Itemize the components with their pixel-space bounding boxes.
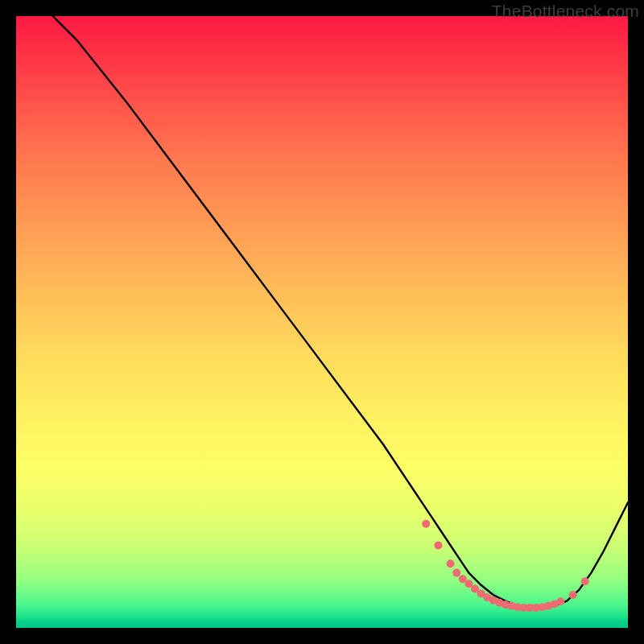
trough-dot xyxy=(569,591,577,599)
bottleneck-curve xyxy=(53,16,628,608)
curve-layer xyxy=(16,16,628,628)
watermark-text: TheBottleneck.com xyxy=(492,2,639,21)
trough-dot xyxy=(434,541,442,549)
trough-dot xyxy=(447,559,455,568)
trough-dot xyxy=(422,520,430,528)
trough-dot xyxy=(581,577,589,585)
trough-dot xyxy=(452,569,460,577)
chart-frame xyxy=(16,16,628,628)
trough-dot xyxy=(556,597,564,605)
trough-dots xyxy=(422,520,589,612)
plot-area xyxy=(16,16,628,628)
